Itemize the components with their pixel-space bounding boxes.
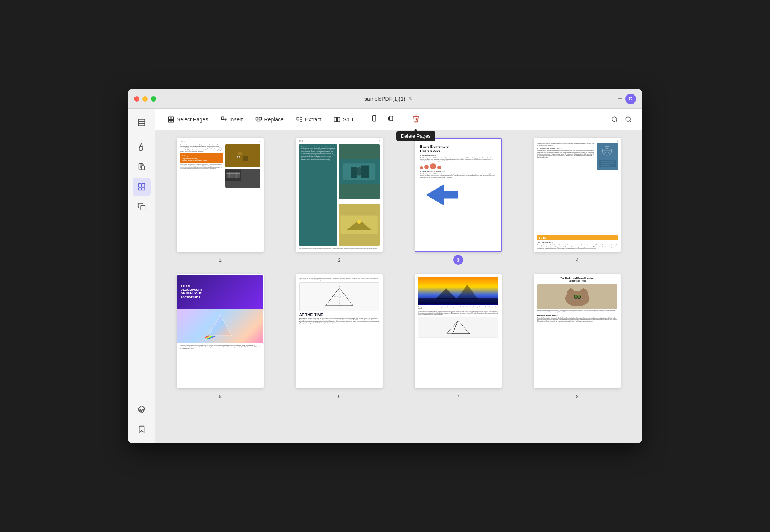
- page-card-5: PRISMDECOMPOSITION SUNLIGHTEXPERIMENT: [165, 274, 276, 401]
- insert-icon: [220, 116, 227, 123]
- page8-footer: Scientists are looking at what the poten…: [537, 323, 617, 325]
- zoom-out-button[interactable]: [609, 113, 621, 126]
- main-layout: Select Pages Insert: [128, 109, 642, 443]
- page-thumb-2[interactable]: B.R.B 2 The practical results show that …: [296, 138, 383, 252]
- sidebar-divider-1: [136, 135, 148, 135]
- delete-pages-button[interactable]: [407, 113, 424, 126]
- window-title: samplePDF(1)(1): [364, 96, 405, 102]
- sidebar-item-document[interactable]: [133, 158, 151, 176]
- page-thumb-5[interactable]: PRISMDECOMPOSITION SUNLIGHTEXPERIMENT: [177, 274, 264, 388]
- svg-rect-4: [142, 166, 144, 170]
- page7-body1: This experiment can be repeated over and…: [418, 306, 498, 309]
- sidebar-item-brush[interactable]: [133, 138, 151, 156]
- page-card-4: 3 Points also have dominant and recessiv…: [522, 138, 633, 265]
- page-num-2-container: 2: [338, 255, 340, 265]
- page5-prism-area: [177, 309, 263, 343]
- sidebar-item-pages[interactable]: [133, 178, 151, 196]
- zoom-controls: [609, 113, 634, 126]
- app-window: samplePDF(1)(1) ✎ + C: [128, 89, 642, 443]
- svg-rect-5: [138, 184, 141, 187]
- split-icon: [334, 116, 340, 123]
- golden-photo: [339, 204, 380, 246]
- page-card-7: This experiment can be repeated over and…: [403, 274, 514, 401]
- sidebar: [128, 109, 155, 443]
- svg-rect-22: [334, 117, 337, 122]
- split-label: Split: [343, 116, 353, 123]
- page-num-5-container: 5: [219, 391, 222, 401]
- page-thumb-4[interactable]: 3 Points also have dominant and recessiv…: [534, 138, 621, 252]
- rotate-left-button[interactable]: [367, 113, 381, 126]
- page-number-2: 2: [338, 257, 340, 263]
- sidebar-item-unknown1[interactable]: [133, 113, 151, 132]
- extract-button[interactable]: Extract: [291, 114, 326, 125]
- svg-rect-39: [239, 156, 240, 157]
- zoom-in-button[interactable]: [622, 113, 634, 126]
- page-thumb-3[interactable]: Basic Elements ofPlane Space 1. KNOW THE…: [415, 138, 502, 252]
- page6-bigtext: AT THE: [299, 313, 313, 317]
- svg-text:M: M: [325, 304, 326, 307]
- close-button[interactable]: [134, 96, 139, 102]
- delete-icon: [412, 115, 420, 124]
- page-thumb-7[interactable]: This experiment can be repeated over and…: [415, 274, 502, 388]
- page-number-3: 3: [453, 255, 463, 265]
- page-card-3: Basic Elements ofPlane Space 1. KNOW THE…: [403, 138, 514, 265]
- select-pages-button[interactable]: Select Pages: [163, 114, 213, 125]
- sidebar-item-bookmark[interactable]: [133, 420, 151, 438]
- page7-photo: [418, 277, 498, 305]
- pages-area: B.R.B 1 Combined with practical cases, t…: [155, 130, 642, 443]
- svg-text:β: β: [339, 304, 340, 307]
- sidebar-item-layers[interactable]: [133, 400, 151, 419]
- svg-rect-25: [373, 116, 376, 121]
- pages-grid: B.R.B 1 Combined with practical cases, t…: [165, 138, 633, 401]
- page3-body2: Point, the interpretation of 'Ci Hai' is…: [420, 173, 496, 178]
- page-card-8: The Health and Mood-BoostingBenefits of …: [522, 274, 633, 401]
- svg-text:M: M: [351, 304, 353, 307]
- page4-string-heading: String: [537, 235, 618, 240]
- rotate-right-button[interactable]: [384, 113, 398, 126]
- page3-title: Basic Elements ofPlane Space: [420, 145, 496, 153]
- page2-header: B.R.B 2: [297, 139, 382, 143]
- page4-section: 3. THE COMPOSITION OF POINTS: [537, 147, 595, 149]
- page7-body2: Through this experiment, Newton laid the…: [418, 311, 498, 315]
- svg-rect-14: [171, 120, 174, 122]
- svg-text:φ: φ: [345, 294, 346, 296]
- page-num-6-container: 6: [338, 391, 340, 401]
- replace-label: Replace: [264, 116, 284, 123]
- svg-rect-12: [171, 117, 174, 120]
- page-thumb-6[interactable]: These studies laid the foundation for th…: [296, 274, 383, 388]
- svg-marker-89: [452, 320, 470, 334]
- page-number-6: 6: [338, 393, 340, 399]
- svg-marker-65: [209, 315, 232, 336]
- minimize-button[interactable]: [142, 96, 148, 102]
- prism-svg: [205, 313, 235, 339]
- svg-text:C: C: [339, 307, 340, 309]
- page1-content: Combined with practical cases, the build…: [177, 143, 263, 251]
- insert-label: Insert: [230, 116, 243, 123]
- page-thumb-8[interactable]: The Health and Mood-BoostingBenefits of …: [534, 274, 621, 388]
- page-thumb-1[interactable]: B.R.B 1 Combined with practical cases, t…: [177, 138, 264, 252]
- replace-button[interactable]: Replace: [251, 114, 288, 125]
- split-button[interactable]: Split: [329, 114, 358, 125]
- svg-point-54: [357, 220, 361, 224]
- page-num-3-container: 3: [453, 255, 463, 265]
- page6-triangle-diagram: A M M β α φ C: [299, 282, 379, 311]
- svg-rect-11: [168, 117, 171, 120]
- svg-line-32: [629, 121, 631, 122]
- svg-rect-20: [297, 117, 299, 120]
- svg-rect-6: [142, 184, 144, 187]
- building-illustration: [235, 149, 251, 162]
- add-tab-button[interactable]: +: [615, 93, 625, 105]
- extract-label: Extract: [305, 116, 322, 123]
- toolbar: Select Pages Insert: [155, 109, 642, 130]
- insert-button[interactable]: Insert: [216, 114, 248, 125]
- svg-rect-26: [390, 116, 393, 121]
- svg-rect-37: [243, 156, 248, 161]
- sidebar-item-copy[interactable]: [133, 198, 151, 216]
- svg-rect-38: [237, 156, 238, 157]
- maximize-button[interactable]: [151, 96, 156, 102]
- construction-photo: [225, 169, 241, 182]
- page7-triangles-diagram: [418, 317, 498, 338]
- page3-section1: 1. KNOW THE POINTS: [420, 155, 496, 156]
- delete-btn-wrapper: Delete Pages: [407, 113, 424, 126]
- page-num-4-container: 4: [576, 255, 578, 265]
